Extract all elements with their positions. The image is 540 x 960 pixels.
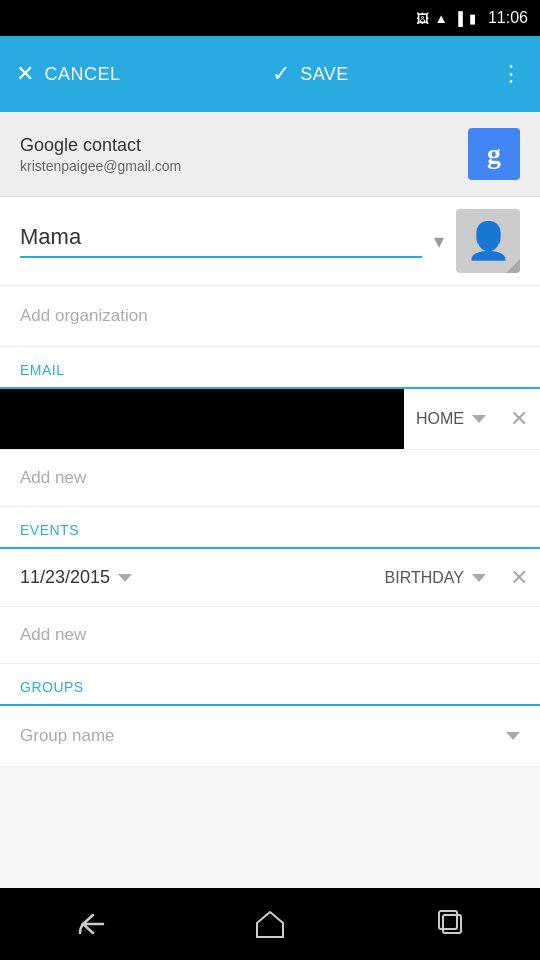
groups-section-label: GROUPS	[20, 679, 84, 695]
email-section-label: EMAIL	[20, 362, 65, 378]
cancel-icon: ✕	[16, 61, 35, 87]
add-organization-row[interactable]: Add organization	[0, 286, 540, 347]
email-type-chevron-icon	[472, 415, 486, 423]
svg-marker-1	[257, 912, 283, 937]
name-row: ▾ 👤	[0, 197, 540, 286]
account-section: Google contact kristenpaigee@gmail.com g	[0, 112, 540, 197]
battery-icon: ▮	[469, 11, 476, 26]
event-row: 11/23/2015 BIRTHDAY ✕	[0, 549, 540, 607]
group-name-placeholder: Group name	[20, 726, 506, 746]
email-type-area[interactable]: HOME	[404, 389, 498, 449]
events-add-new-label: Add new	[20, 625, 86, 644]
groups-section-header: GROUPS	[0, 664, 540, 706]
more-options-icon[interactable]: ⋮	[500, 61, 524, 87]
account-title: Google contact	[20, 135, 181, 156]
status-bar: 🖼 ▲ ▐ ▮ 11:06	[0, 0, 540, 36]
event-type-chevron-icon	[472, 574, 486, 582]
name-input-wrap	[20, 224, 422, 258]
email-type-label: HOME	[416, 410, 464, 428]
save-icon: ✓	[272, 61, 291, 87]
event-date-value: 11/23/2015	[20, 567, 110, 588]
group-name-chevron-icon	[506, 732, 520, 740]
nav-back-button[interactable]	[50, 899, 130, 949]
email-row: HOME ✕	[0, 389, 540, 450]
account-email: kristenpaigee@gmail.com	[20, 158, 181, 174]
nav-recents-icon	[435, 909, 465, 939]
google-account-button[interactable]: g	[468, 128, 520, 180]
event-type-label: BIRTHDAY	[385, 569, 464, 587]
email-input[interactable]	[0, 389, 404, 449]
save-button[interactable]: ✓ SAVE	[272, 61, 349, 87]
save-label: SAVE	[300, 64, 349, 85]
cancel-label: CANCEL	[45, 64, 121, 85]
form-area: ▾ 👤 Add organization EMAIL HOME ✕ Add ne…	[0, 197, 540, 767]
event-type-area[interactable]: BIRTHDAY	[373, 569, 498, 587]
svg-rect-3	[439, 911, 457, 929]
events-section-header: EVENTS	[0, 507, 540, 549]
status-icons: 🖼 ▲ ▐ ▮ 11:06	[416, 9, 528, 27]
nav-home-icon	[255, 909, 285, 939]
signal-icon: ▐	[454, 11, 463, 26]
email-add-new-row[interactable]: Add new	[0, 450, 540, 507]
nav-recents-button[interactable]	[410, 899, 490, 949]
nav-back-icon	[75, 911, 105, 937]
email-delete-button[interactable]: ✕	[498, 406, 540, 432]
avatar-person-icon: 👤	[466, 220, 511, 262]
status-time: 11:06	[488, 9, 528, 27]
name-chevron-icon[interactable]: ▾	[434, 229, 444, 253]
event-date-area[interactable]: 11/23/2015	[0, 549, 373, 606]
photo-icon: 🖼	[416, 11, 429, 26]
google-icon: g	[487, 138, 501, 170]
wifi-icon: ▲	[435, 11, 448, 26]
nav-bar	[0, 888, 540, 960]
avatar-corner	[506, 259, 520, 273]
action-bar: ✕ CANCEL ✓ SAVE ⋮	[0, 36, 540, 112]
email-add-new-label: Add new	[20, 468, 86, 487]
cancel-button[interactable]: ✕ CANCEL	[16, 61, 121, 87]
event-delete-button[interactable]: ✕	[498, 565, 540, 591]
event-date-chevron-icon	[118, 574, 132, 582]
name-input[interactable]	[20, 224, 422, 258]
account-info: Google contact kristenpaigee@gmail.com	[20, 135, 181, 174]
events-section-label: EVENTS	[20, 522, 79, 538]
group-name-row[interactable]: Group name	[0, 706, 540, 767]
email-section-header: EMAIL	[0, 347, 540, 389]
events-add-new-row[interactable]: Add new	[0, 607, 540, 664]
add-organization-label: Add organization	[20, 306, 148, 325]
avatar[interactable]: 👤	[456, 209, 520, 273]
nav-home-button[interactable]	[230, 899, 310, 949]
svg-rect-2	[443, 915, 461, 933]
